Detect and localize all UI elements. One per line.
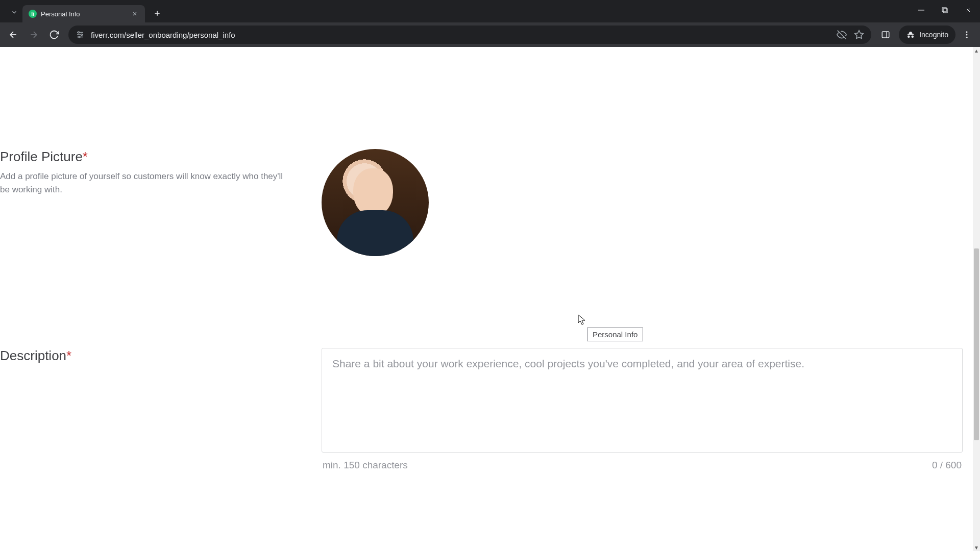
page-content: Profile Picture* Add a profile picture o… <box>0 47 973 551</box>
scroll-up-button[interactable]: ▲ <box>973 47 980 54</box>
svg-rect-6 <box>943 9 947 13</box>
description-textarea[interactable] <box>322 348 963 453</box>
svg-marker-18 <box>855 31 864 39</box>
incognito-indicator[interactable]: Incognito <box>899 26 955 44</box>
arrow-left-icon <box>8 30 18 40</box>
profile-picture-heading: Profile Picture* <box>0 149 291 165</box>
reload-icon <box>49 30 59 40</box>
heading-text: Profile Picture <box>0 149 83 164</box>
kebab-icon <box>962 30 971 39</box>
scrollbar-thumb[interactable] <box>974 248 979 440</box>
minimize-icon <box>918 7 924 13</box>
tab-title: Personal Info <box>41 10 127 18</box>
incognito-icon <box>906 30 915 39</box>
favicon-icon: fi <box>29 10 37 18</box>
page-viewport: Profile Picture* Add a profile picture o… <box>0 47 980 551</box>
section-description: Description* min. 150 characters 0 / 600 <box>0 256 973 471</box>
incognito-label: Incognito <box>919 31 948 39</box>
svg-point-15 <box>81 34 83 36</box>
description-char-count: 0 / 600 <box>932 460 962 471</box>
svg-rect-19 <box>882 32 889 38</box>
profile-picture-upload[interactable] <box>322 149 429 256</box>
close-icon <box>965 7 971 13</box>
browser-toolbar: fiverr.com/seller_onboarding/personal_in… <box>0 22 980 47</box>
window-controls <box>910 0 980 20</box>
tab-close-button[interactable] <box>131 10 139 18</box>
svg-point-14 <box>78 32 80 33</box>
new-tab-button[interactable] <box>150 6 164 20</box>
section-label: Profile Picture* Add a profile picture o… <box>0 149 291 196</box>
arrow-right-icon <box>29 30 39 40</box>
site-info-button[interactable] <box>76 30 85 39</box>
back-button[interactable] <box>4 26 22 44</box>
star-icon <box>854 30 864 40</box>
avatar-placeholder-shape <box>337 210 413 256</box>
svg-point-22 <box>966 34 968 36</box>
tooltip: Personal Info <box>587 328 643 341</box>
url-text: fiverr.com/seller_onboarding/personal_in… <box>91 31 830 39</box>
svg-rect-4 <box>918 10 924 11</box>
reload-button[interactable] <box>45 26 63 44</box>
window-close-button[interactable] <box>957 0 980 20</box>
scroll-down-button[interactable]: ▼ <box>973 544 980 551</box>
panel-icon <box>881 30 890 39</box>
window-maximize-button[interactable] <box>933 0 957 20</box>
browser-tabstrip: fi Personal Info <box>0 0 980 22</box>
browser-menu-button[interactable] <box>958 26 976 44</box>
required-asterisk: * <box>66 348 71 363</box>
section-profile-picture: Profile Picture* Add a profile picture o… <box>0 47 973 256</box>
svg-point-23 <box>966 37 968 38</box>
section-label: Description* <box>0 348 291 369</box>
eye-off-button[interactable] <box>837 30 847 40</box>
svg-rect-5 <box>942 8 946 12</box>
maximize-icon <box>942 7 948 13</box>
description-right: min. 150 characters 0 / 600 <box>322 348 973 471</box>
tab-search-dropdown[interactable] <box>8 6 20 18</box>
chevron-down-icon <box>11 9 18 16</box>
svg-point-16 <box>79 36 80 38</box>
side-panel-button[interactable] <box>876 26 895 44</box>
bookmark-button[interactable] <box>854 30 864 40</box>
eye-off-icon <box>837 30 847 40</box>
tune-icon <box>76 30 85 39</box>
description-min-hint: min. 150 characters <box>323 460 408 471</box>
plus-icon <box>153 9 161 17</box>
profile-picture-right <box>322 149 429 256</box>
vertical-scrollbar[interactable]: ▲ ▼ <box>973 47 980 551</box>
close-icon <box>132 11 138 17</box>
forward-button[interactable] <box>24 26 43 44</box>
window-minimize-button[interactable] <box>910 0 933 20</box>
required-asterisk: * <box>83 149 88 164</box>
svg-point-21 <box>966 31 968 33</box>
profile-picture-help: Add a profile picture of yourself so cus… <box>0 170 286 196</box>
description-meta: min. 150 characters 0 / 600 <box>322 455 963 471</box>
address-bar[interactable]: fiverr.com/seller_onboarding/personal_in… <box>68 26 871 44</box>
heading-text: Description <box>0 348 66 363</box>
browser-tab[interactable]: fi Personal Info <box>22 5 145 22</box>
description-heading: Description* <box>0 348 291 364</box>
